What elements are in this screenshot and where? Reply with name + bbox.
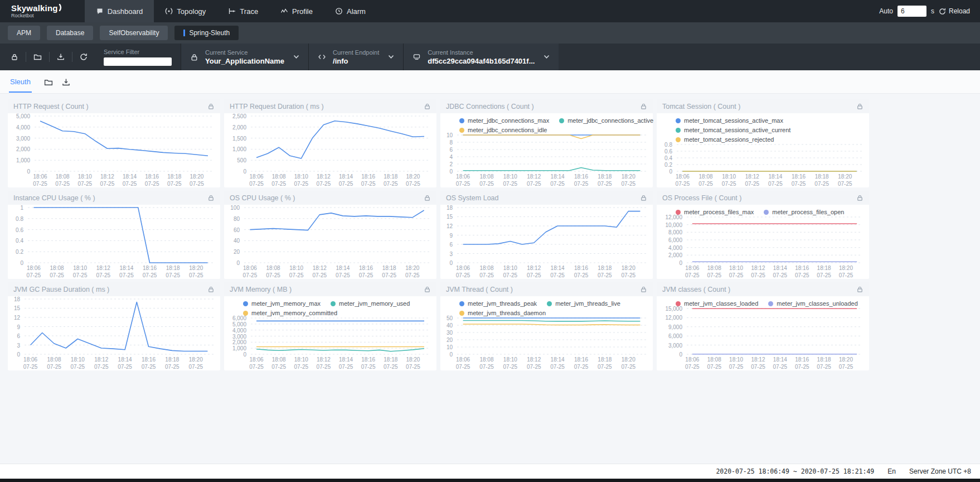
y-tick-label: 4 [449, 154, 453, 160]
page-tab-selfobservability[interactable]: SelfObservability [100, 26, 168, 40]
legend-label: meter_jvm_threads_live [555, 300, 620, 307]
y-tick-label: 500 [237, 157, 246, 163]
legend-label: meter_jvm_memory_max [251, 300, 321, 307]
y-tick-label: 12,000 [665, 315, 682, 321]
server-zone-setting[interactable]: Server Zone UTC +8 [909, 467, 971, 475]
legend-item[interactable]: meter_tomcat_sessions_active_current [676, 127, 790, 133]
import-icon[interactable] [62, 78, 70, 86]
legend-item[interactable]: meter_process_files_open [764, 209, 844, 215]
lock-icon[interactable] [856, 194, 863, 201]
legend-item[interactable]: meter_process_files_max [676, 209, 754, 215]
y-tick-label: 80 [234, 215, 240, 221]
y-tick-label: 0 [20, 260, 23, 266]
page-tab-database[interactable]: Database [47, 26, 93, 40]
legend-label: meter_jvm_memory_committed [251, 310, 337, 316]
x-tick-label: 18:1007-25 [289, 265, 304, 279]
y-tick-label: 6 [449, 147, 453, 153]
legend-item[interactable]: meter_jvm_memory_used [331, 300, 410, 307]
lock-icon[interactable] [640, 194, 647, 201]
dashboard-pages-bar: APM Database SelfObservability Spring-Sl… [0, 22, 980, 44]
y-tick-label: 40 [234, 238, 240, 244]
lock-icon[interactable] [207, 194, 215, 201]
current-instance-selector[interactable]: Current Instance df5cc29cca094af4b165d74… [403, 44, 559, 70]
selector-value: /info [333, 57, 379, 65]
x-tick-label: 18:2007-25 [406, 356, 420, 370]
nav-item-trace[interactable]: Trace [217, 0, 269, 22]
lock-icon[interactable] [856, 286, 863, 293]
legend-item[interactable]: meter_jvm_threads_peak [459, 300, 537, 307]
time-range-picker[interactable]: 2020-07-25 18:06:49 ~ 2020-07-25 18:21:4… [716, 467, 874, 475]
x-tick-label: 18:1207-25 [751, 265, 765, 279]
page-tab-spring-sleuth[interactable]: Spring-Sleuth [174, 26, 239, 40]
legend-item[interactable]: meter_jvm_classes_loaded [676, 300, 758, 307]
x-axis: 18:0607-2518:0807-2518:1007-2518:1207-25… [244, 263, 430, 278]
y-tick-label: 15 [447, 214, 453, 220]
page-tab-apm[interactable]: APM [8, 26, 40, 40]
legend-item[interactable]: meter_jvm_memory_committed [243, 310, 337, 316]
x-tick-label: 18:0607-25 [249, 356, 264, 370]
lock-icon[interactable] [207, 103, 215, 110]
legend-item[interactable]: meter_tomcat_sessions_active_max [676, 117, 783, 124]
legend-item[interactable]: meter_jdbc_connections_idle [459, 127, 547, 133]
x-tick-label: 18:1407-25 [336, 265, 350, 279]
active-tab-marker [183, 30, 185, 36]
current-endpoint-selector[interactable]: Current Endpoint /info [308, 44, 403, 70]
legend-dot [559, 118, 564, 123]
x-tick-label: 18:1807-25 [165, 356, 179, 370]
reload-button[interactable]: Reload [939, 7, 970, 15]
x-tick-label: 18:0607-25 [27, 265, 41, 279]
folder-icon[interactable] [26, 53, 49, 61]
brand-subtitle: Rocketbot [11, 13, 64, 18]
x-tick-label: 18:1407-25 [123, 173, 137, 187]
lock-icon[interactable] [207, 286, 215, 293]
legend-label: meter_jdbc_connections_active [567, 117, 653, 124]
auto-label: Auto [879, 7, 893, 15]
y-tick-label: 1 [20, 205, 23, 211]
panel-title: Instance CPU Usage ( % ) [13, 194, 95, 202]
y-tick-label: 8 [449, 139, 453, 146]
lock-icon[interactable] [640, 286, 647, 293]
legend-item[interactable]: meter_jvm_threads_daemon [459, 310, 546, 316]
x-tick-label: 18:0807-25 [47, 356, 61, 370]
legend-item[interactable]: meter_jdbc_connections_active [559, 117, 653, 124]
legend-item[interactable]: meter_jvm_memory_max [243, 300, 321, 307]
lock-icon[interactable] [424, 194, 431, 201]
legend-item[interactable]: meter_tomcat_sessions_rejected [676, 136, 774, 143]
x-tick-label: 18:1007-25 [294, 173, 308, 187]
y-tick-label: 1,500 [232, 135, 246, 141]
x-axis: 18:0607-2518:0807-2518:1007-2518:1207-25… [25, 354, 214, 369]
nav-item-dashboard[interactable]: Dashboard [85, 0, 154, 22]
lock-icon[interactable] [424, 103, 431, 110]
brand-logo[interactable]: Skywalking Rocketbot [11, 4, 64, 18]
y-tick-label: 0.8 [16, 215, 23, 221]
x-tick-label: 18:1007-25 [503, 173, 518, 187]
nav-item-topology[interactable]: Topology [154, 0, 217, 22]
legend-item[interactable]: meter_jvm_threads_live [547, 300, 620, 307]
page-tab-label: APM [17, 29, 31, 37]
x-tick-label: 18:1607-25 [795, 265, 809, 279]
chart-panel: HTTP Request Duration ( ms )2,5002,0001,… [224, 99, 436, 187]
y-tick-label: 2,000 [16, 146, 30, 152]
current-service-selector[interactable]: Current Service Your_ApplicationName [181, 44, 308, 70]
nav-item-alarm[interactable]: Alarm [324, 0, 377, 22]
refresh-icon[interactable] [72, 53, 95, 61]
language-toggle[interactable]: En [887, 467, 896, 475]
panel-title: JVM Memory ( MB ) [230, 286, 292, 293]
chart-panel: OS Process File ( Count )meter_process_f… [657, 191, 869, 279]
legend-item[interactable]: meter_jvm_classes_unloaded [768, 300, 858, 307]
auto-interval-input[interactable] [897, 6, 926, 17]
nav-item-profile[interactable]: Profile [269, 0, 324, 22]
y-tick-label: 12,000 [665, 214, 682, 220]
service-filter-input[interactable] [104, 57, 172, 66]
lock-icon[interactable] [856, 103, 863, 110]
selector-label: Current Service [205, 49, 284, 56]
dashboard-toolbar: Service Filter Current Service Your_Appl… [0, 44, 980, 70]
tab-sleuth[interactable]: Sleuth [9, 71, 32, 93]
y-tick-label: 15,000 [665, 306, 682, 312]
lock-icon[interactable] [424, 286, 431, 293]
import-icon[interactable] [50, 53, 72, 61]
folder-icon[interactable] [44, 78, 53, 86]
lock-template-icon[interactable] [3, 53, 26, 61]
lock-icon[interactable] [640, 103, 647, 110]
legend-item[interactable]: meter_jdbc_connections_max [459, 117, 549, 124]
